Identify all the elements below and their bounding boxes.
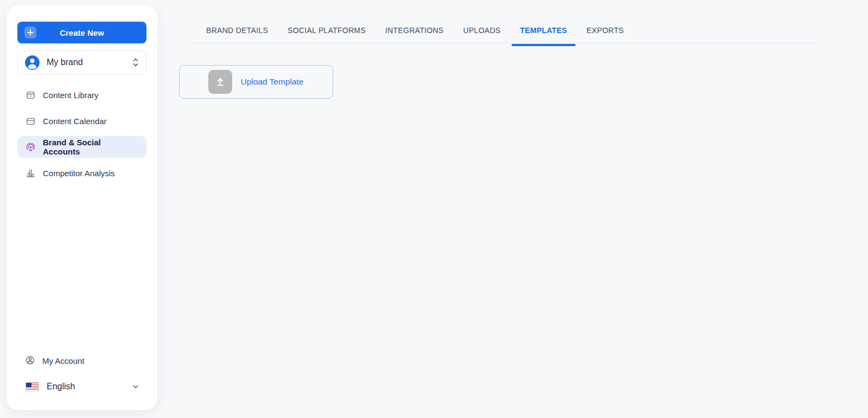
broadcast-person-icon: [25, 142, 36, 152]
create-new-button[interactable]: Create New: [17, 22, 146, 43]
sidebar-spacer: [17, 184, 146, 351]
calendar-icon: [25, 115, 36, 126]
tab-integrations[interactable]: INTEGRATIONS: [375, 26, 454, 45]
sidebar-item-label: Content Library: [43, 91, 99, 100]
sidebar-item-label: Competitor Analysis: [43, 169, 115, 178]
language-selector[interactable]: English: [17, 375, 146, 398]
bar-chart-icon: [25, 168, 36, 178]
brand-selector[interactable]: My brand: [17, 50, 146, 74]
tab-bar: BRAND DETAILS SOCIAL PLATFORMS INTEGRATI…: [196, 26, 634, 45]
upload-template-button[interactable]: Upload Template: [179, 65, 333, 99]
tab-uploads[interactable]: UPLOADS: [454, 26, 510, 45]
create-new-label: Create New: [60, 28, 104, 37]
language-label: English: [47, 382, 75, 391]
sidebar-item-brand-social-accounts[interactable]: Brand & Social Accounts: [17, 136, 146, 158]
tab-social-platforms[interactable]: SOCIAL PLATFORMS: [278, 26, 375, 45]
my-account-link[interactable]: My Account: [17, 351, 146, 370]
tab-bar-divider: [193, 43, 820, 43]
my-account-label: My Account: [42, 356, 85, 365]
us-flag-icon: [26, 383, 39, 391]
chevron-down-icon: [131, 382, 140, 391]
upload-template-label: Upload Template: [240, 77, 303, 87]
chevron-updown-icon: [132, 57, 139, 68]
sidebar: Create New My brand Content Libr: [7, 5, 157, 410]
tab-brand-details[interactable]: BRAND DETAILS: [196, 26, 278, 45]
tab-templates[interactable]: TEMPLATES: [510, 26, 577, 45]
sidebar-item-label: Content Calendar: [43, 117, 107, 126]
brand-selector-label: My brand: [47, 57, 132, 67]
plus-icon: [24, 27, 36, 38]
upload-icon: [208, 70, 232, 94]
sidebar-item-label: Brand & Social Accounts: [43, 138, 139, 156]
avatar-icon: [25, 55, 40, 70]
sidebar-item-content-calendar[interactable]: Content Calendar: [17, 110, 146, 132]
archive-icon: [25, 89, 36, 100]
sidebar-item-content-library[interactable]: Content Library: [17, 84, 146, 106]
sidebar-nav: Content Library Content Calendar: [17, 84, 146, 184]
sidebar-item-competitor-analysis[interactable]: Competitor Analysis: [17, 162, 146, 184]
tab-exports[interactable]: EXPORTS: [577, 26, 634, 45]
account-circle-icon: [25, 355, 36, 366]
